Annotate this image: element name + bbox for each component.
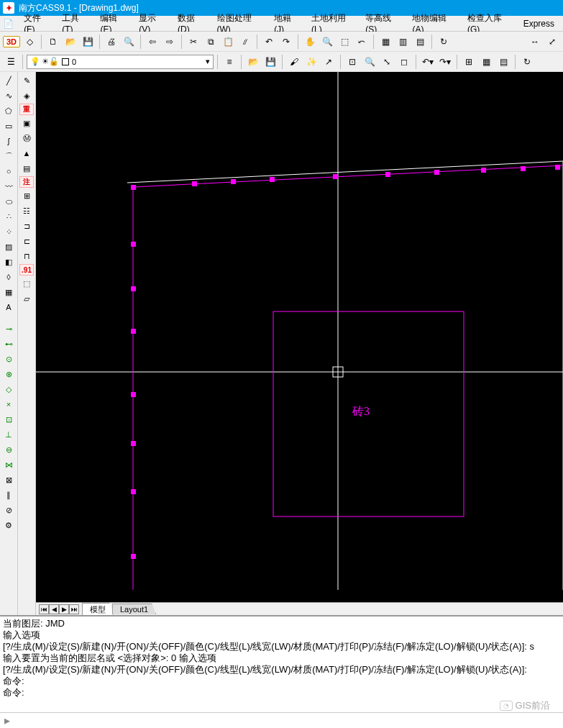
tab-next-icon[interactable]: ▶ (59, 604, 69, 614)
window-icon[interactable]: ⊞ (19, 188, 34, 203)
sel-rect-icon[interactable]: ⬚ (19, 276, 34, 291)
snap-node-icon[interactable]: ⊗ (1, 367, 16, 381)
props-icon[interactable]: ▤ (412, 34, 428, 50)
tool-open-icon[interactable]: 📂 (245, 54, 261, 70)
table-icon[interactable]: ▦ (377, 34, 393, 50)
masonry-icon[interactable]: ▤ (19, 161, 34, 176)
door-icon[interactable]: ⊐ (19, 219, 34, 233)
dim-horiz-icon[interactable]: ↔ (527, 34, 543, 50)
polygon-icon[interactable]: ⬠ (1, 104, 16, 118)
forward-icon[interactable]: ⇨ (162, 34, 178, 50)
rect-icon[interactable]: ▭ (1, 119, 16, 133)
print-icon[interactable]: 🖨 (104, 34, 119, 50)
curve-icon[interactable]: ∫ (1, 134, 16, 148)
snap-int-icon[interactable]: × (1, 397, 16, 411)
redo-icon[interactable]: ↷ (278, 34, 294, 50)
tab-first-icon[interactable]: ⏮ (39, 604, 49, 614)
new-icon[interactable]: 🗋 (45, 34, 61, 50)
snap-end-icon[interactable]: ⊸ (1, 322, 16, 336)
tab-last-icon[interactable]: ⏭ (69, 604, 79, 614)
polyline-icon[interactable]: ∿ (1, 88, 16, 103)
snap-perp-icon[interactable]: ⊥ (1, 427, 16, 442)
cut-icon[interactable]: ✂ (186, 34, 201, 50)
linetype-icon[interactable]: ≡ (221, 54, 237, 70)
snap-app-icon[interactable]: ⊠ (1, 473, 16, 487)
separator (515, 55, 516, 69)
zoom-icon[interactable]: 🔍 (319, 34, 335, 50)
undo2-icon[interactable]: ↶▾ (420, 54, 436, 70)
dim-diag-icon[interactable]: ⤢ (544, 34, 560, 50)
tab-model[interactable]: 模型 (82, 603, 114, 616)
heavy-label-icon[interactable]: 重 (19, 104, 34, 115)
open-icon[interactable]: 📂 (63, 34, 78, 50)
preview-icon[interactable]: 🔍 (121, 34, 137, 50)
spline-icon[interactable]: 〰 (1, 179, 16, 194)
text-icon[interactable]: A (1, 300, 16, 314)
camera-icon[interactable]: ▣ (19, 116, 34, 130)
note-label-icon[interactable]: 注 (19, 176, 34, 188)
save-icon[interactable]: 💾 (80, 34, 96, 50)
menu-express[interactable]: Express (518, 17, 560, 30)
zoom-all-icon[interactable]: ◻ (396, 54, 412, 70)
drawing-canvas[interactable]: 砖3 (36, 72, 563, 602)
wand-icon[interactable]: ✨ (303, 54, 319, 70)
zoom-window-icon[interactable]: ⬚ (337, 34, 352, 50)
measure-icon[interactable]: Ⓜ (19, 131, 34, 145)
snap-par-icon[interactable]: ∥ (1, 488, 16, 502)
cube-icon[interactable]: ◇ (22, 34, 37, 50)
back-icon[interactable]: ⇦ (145, 34, 160, 50)
snap-quad-icon[interactable]: ◇ (1, 382, 16, 396)
refresh2-icon[interactable]: ↻ (519, 54, 535, 70)
symbol-icon[interactable]: ◈ (19, 88, 34, 103)
line-icon[interactable]: ╱ (1, 73, 16, 88)
layer-dropdown[interactable]: 💡 ☀ 🔓 0 ▾ (27, 55, 214, 69)
region-icon[interactable]: ◊ (1, 270, 16, 284)
gradient-icon[interactable]: ◧ (1, 255, 16, 269)
tab-layout1[interactable]: Layout1 (112, 604, 156, 614)
table-draw-icon[interactable]: ▦ (1, 285, 16, 299)
hatch-icon[interactable]: ▨ (1, 240, 16, 254)
num-91-icon[interactable]: .91 (19, 264, 34, 276)
undo-icon[interactable]: ↶ (261, 34, 277, 50)
pan-icon[interactable]: ✋ (302, 34, 318, 50)
badge-3d[interactable]: 3D (3, 36, 20, 47)
circle-icon[interactable]: ○ (1, 164, 16, 178)
wall-icon[interactable]: ⊏ (19, 234, 34, 248)
paste-icon[interactable]: 📋 (220, 34, 236, 50)
snap-mid-icon[interactable]: ⊷ (1, 337, 16, 351)
zoom-ext-icon[interactable]: ⊡ (344, 54, 360, 70)
grid-icon[interactable]: ▥ (395, 34, 411, 50)
command-input[interactable] (14, 715, 563, 727)
divider-icon[interactable]: ⊓ (19, 249, 34, 263)
left-tool-column-2: ✎ ◈ 重 ▣ Ⓜ ▲ ▤ 注 ⊞ ☷ ⊐ ⊏ ⊓ .91 ⬚ ▱ (18, 72, 36, 615)
arc-icon[interactable]: ⌒ (1, 149, 16, 163)
redo2-icon[interactable]: ↷▾ (437, 54, 453, 70)
zoom-prev-icon[interactable]: ⤺ (354, 34, 370, 50)
tab-prev-icon[interactable]: ◀ (49, 604, 59, 614)
brick-icon[interactable]: ☷ (19, 204, 34, 218)
snap-tan-icon[interactable]: ⊖ (1, 442, 16, 457)
survey-tool-icon[interactable]: ✎ (19, 73, 34, 88)
viewport-icon[interactable]: ⊞ (461, 54, 477, 70)
snap-ins-icon[interactable]: ⊡ (1, 412, 16, 427)
match-icon[interactable]: ⫽ (237, 34, 253, 50)
snap-none-icon[interactable]: ⊘ (1, 503, 16, 517)
pick-icon[interactable]: ↗ (321, 54, 337, 70)
table2-icon[interactable]: ▦ (478, 54, 494, 70)
point-icon[interactable]: ∴ (1, 209, 16, 224)
brush-icon[interactable]: 🖌 (286, 54, 302, 70)
osnap-set-icon[interactable]: ⚙ (1, 518, 16, 532)
refresh-icon[interactable]: ↻ (436, 34, 452, 50)
tool-save-icon[interactable]: 💾 (262, 54, 278, 70)
snap-cen-icon[interactable]: ⊙ (1, 352, 16, 366)
sel-poly-icon[interactable]: ▱ (19, 291, 34, 306)
zoom-out-icon[interactable]: ⤡ (379, 54, 395, 70)
ellipse-icon[interactable]: ⬭ (1, 194, 16, 209)
layer-manager-icon[interactable]: ☰ (3, 54, 19, 70)
sheet-icon[interactable]: ▤ (495, 54, 511, 70)
points-icon[interactable]: ⁘ (1, 224, 16, 239)
snap-near-icon[interactable]: ⋈ (1, 458, 16, 472)
area-icon[interactable]: ▲ (19, 146, 34, 160)
copy-icon[interactable]: ⧉ (203, 34, 219, 50)
zoom-in-icon[interactable]: 🔍 (362, 54, 377, 70)
